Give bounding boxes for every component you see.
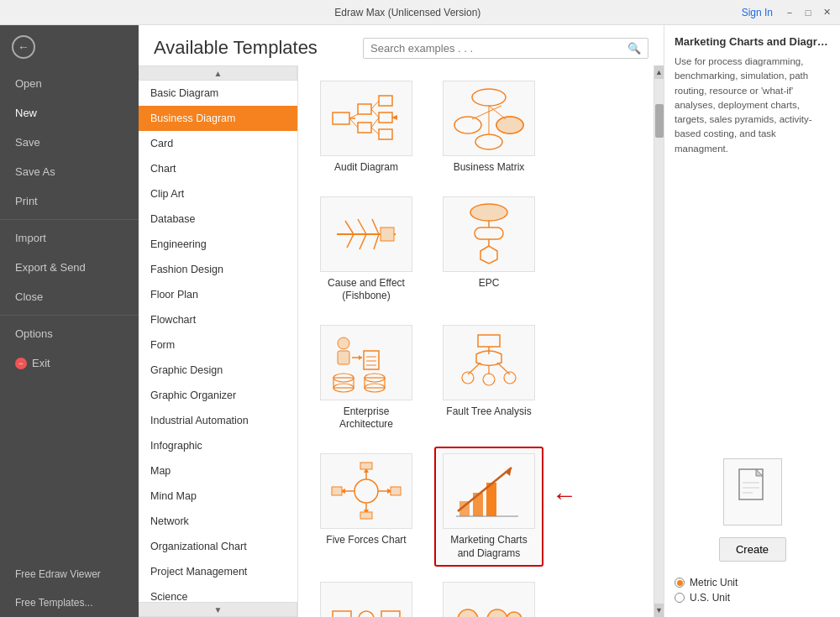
template-audit-diagram[interactable]: Audit Diagram [312,74,421,181]
template-business-matrix[interactable]: Business Matrix [434,74,543,181]
metric-unit-option[interactable]: Metric Unit [675,577,830,588]
tpl-mind-map[interactable]: Mind Map [139,484,297,509]
grid-scroll-thumb[interactable] [655,104,664,138]
template-row5-item1[interactable] [312,575,421,617]
right-panel-preview [723,458,782,525]
tpl-business-diagram[interactable]: Business Diagram [139,106,297,131]
tpl-graphic-design[interactable]: Graphic Design [139,358,297,383]
tpl-project-mgmt[interactable]: Project Management [139,559,297,584]
sidebar-item-options[interactable]: Options [0,319,139,348]
create-button[interactable]: Create [719,537,786,562]
sidebar-item-free-viewer[interactable]: Free Edraw Viewer [0,560,139,588]
grid-row-1: Audit Diagram [312,74,640,181]
tpl-infographic[interactable]: Infographic [139,433,297,458]
five-forces-icon [320,453,412,529]
epc-label: EPC [479,277,500,290]
svg-line-74 [458,468,512,511]
sidebar-item-new[interactable]: New [0,98,139,128]
template-fault-tree[interactable]: Fault Tree Analysis [434,318,543,426]
svg-rect-1 [358,104,371,114]
sidebar-item-free-templates[interactable]: Free Templates... [0,588,139,617]
template-epc[interactable]: EPC [434,190,543,297]
tpl-network[interactable]: Network [139,509,297,534]
grid-scroll-up[interactable]: ▲ [654,65,664,79]
svg-point-15 [454,117,481,133]
business-matrix-icon [443,81,535,156]
tpl-floor-plan[interactable]: Floor Plan [139,282,297,307]
grid-scroll-down[interactable]: ▼ [654,604,664,617]
tpl-chart[interactable]: Chart [139,156,297,181]
svg-rect-40 [364,351,379,369]
search-icon[interactable]: 🔍 [627,42,641,55]
svg-rect-67 [360,463,372,469]
svg-rect-2 [358,123,371,133]
svg-rect-79 [381,611,400,617]
back-button[interactable]: ← [0,25,139,69]
sidebar-item-print[interactable]: Print [0,186,139,216]
svg-line-10 [371,118,379,128]
sidebar-item-exit[interactable]: − Exit [0,348,139,378]
tpl-basic-diagram[interactable]: Basic Diagram [139,81,297,106]
svg-line-25 [358,219,366,234]
audit-diagram-label: Audit Diagram [334,161,398,175]
metric-radio[interactable] [675,578,685,588]
svg-point-78 [359,611,374,617]
tpl-clip-art[interactable]: Clip Art [139,181,297,207]
template-cause-effect[interactable]: Cause and Effect(Fishbone) [312,190,421,310]
tpl-flowchart[interactable]: Flowchart [139,307,297,332]
svg-rect-32 [475,227,503,239]
close-button[interactable]: ✕ [820,6,833,19]
sidebar-item-export[interactable]: Export & Send [0,253,139,282]
us-radio[interactable] [675,593,685,603]
svg-rect-37 [338,351,349,364]
tpl-map[interactable]: Map [139,458,297,484]
template-marketing-charts[interactable]: Marketing Chartsand Diagrams ← [434,447,543,567]
sidebar-item-open[interactable]: Open [0,69,139,98]
content-header: Available Templates 🔍 [139,25,664,65]
tpl-form[interactable]: Form [139,332,297,358]
template-list-scroll-down[interactable]: ▼ [139,602,297,617]
sidebar-item-save[interactable]: Save [0,128,139,157]
search-box[interactable]: 🔍 [363,38,648,59]
svg-point-82 [458,609,478,617]
svg-line-28 [360,234,366,249]
tpl-org-chart[interactable]: Organizational Chart [139,534,297,559]
sidebar: ← Open New Save Save As Print Import Exp… [0,25,139,617]
tpl-industrial[interactable]: Industrial Automation [139,408,297,433]
svg-rect-68 [360,512,372,519]
tpl-fashion-design[interactable]: Fashion Design [139,257,297,282]
tpl-science[interactable]: Science [139,584,297,602]
tpl-database[interactable]: Database [139,207,297,232]
svg-point-17 [496,117,523,133]
right-panel-description: Use for process diagramming, benchmarkin… [675,55,830,447]
sidebar-item-import[interactable]: Import [0,223,139,253]
template-list-scroll-up[interactable]: ▲ [139,65,297,81]
minimize-button[interactable]: − [783,6,796,19]
row5-item1-icon [320,582,412,617]
grid-scroll-track[interactable] [654,79,664,604]
maximize-button[interactable]: □ [801,6,815,19]
sidebar-item-saveas[interactable]: Save As [0,157,139,186]
marketing-charts-label: Marketing Chartsand Diagrams [450,534,527,560]
template-five-forces[interactable]: Five Forces Chart [312,447,421,554]
svg-point-31 [470,204,507,221]
template-enterprise[interactable]: EnterpriseArchitecture [312,318,421,438]
svg-rect-48 [365,378,385,388]
sidebar-divider [0,219,139,220]
signin-link[interactable]: Sign In [742,7,773,18]
enterprise-label: EnterpriseArchitecture [339,405,393,431]
tpl-graphic-organizer[interactable]: Graphic Organizer [139,383,297,408]
template-row5-item2[interactable] [434,575,543,617]
unit-options: Metric Unit U.S. Unit [675,577,830,607]
search-input[interactable] [370,42,627,55]
enterprise-icon [320,325,412,400]
svg-rect-5 [379,129,392,139]
tpl-engineering[interactable]: Engineering [139,232,297,257]
metric-radio-inner [677,580,683,586]
sidebar-item-close[interactable]: Close [0,282,139,311]
cause-effect-icon [320,196,412,272]
fault-tree-icon [443,325,535,400]
us-unit-option[interactable]: U.S. Unit [675,592,830,604]
svg-point-83 [487,609,507,617]
tpl-card[interactable]: Card [139,131,297,156]
